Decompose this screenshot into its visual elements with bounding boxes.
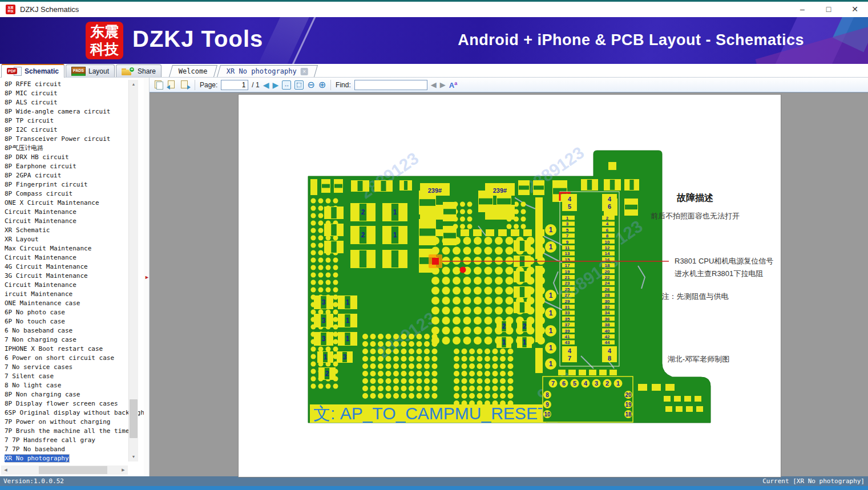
svg-text:4: 4 — [608, 347, 612, 354]
viewer-toolbar: Page: / 1 ◀ ▶ ↔ ⊖ ⊕ Find: ◀ ▶ Aa — [150, 78, 868, 92]
svg-text:1: 1 — [549, 344, 553, 352]
font-size-icon[interactable]: Aa — [449, 80, 457, 90]
zoom-in-icon[interactable]: ⊕ — [318, 80, 326, 90]
svg-text:34: 34 — [605, 310, 610, 315]
svg-text:26: 26 — [605, 287, 610, 292]
zoom-out-icon[interactable]: ⊖ — [307, 80, 314, 90]
tab-share[interactable]: +Share — [116, 64, 162, 77]
sidebar-vertical-scrollbar[interactable]: ▲ ▼ — [128, 80, 138, 461]
list-item[interactable]: 8P Display flower screen cases — [5, 399, 144, 408]
list-item[interactable]: 8P MIC circuit — [5, 89, 144, 98]
status-bar: Version:1.0.0.52 Current [XR No photogra… — [0, 476, 868, 486]
svg-text:1: 1 — [346, 335, 350, 343]
list-item[interactable]: 8P Wide-angle camera circuit — [5, 107, 144, 116]
list-item[interactable]: 6SP Original display without backlight — [5, 408, 144, 418]
list-item[interactable]: 3G Circuit Maintenance — [5, 272, 144, 281]
list-item[interactable]: Circuit Maintenance — [5, 208, 144, 217]
window-titlebar: 东震科技 DZKJ Schematics – □ ✕ — [0, 0, 868, 17]
sidebar-splitter[interactable]: ► — [144, 78, 150, 476]
tab-label: Schematic — [25, 67, 59, 75]
list-item[interactable]: ONE Maintenance case — [5, 299, 144, 308]
scroll-down-icon[interactable]: ▼ — [129, 452, 138, 461]
find-previous-icon[interactable]: ◀ — [431, 81, 437, 89]
svg-text:42: 42 — [605, 334, 610, 339]
svg-text:1: 1 — [393, 231, 397, 239]
sidebar-horizontal-scrollbar[interactable]: ◀ ▶ — [1, 465, 128, 475]
list-item[interactable]: XR Layout — [5, 235, 144, 244]
close-icon[interactable]: × — [300, 68, 308, 75]
list-item[interactable]: Max Circuit Maintenance — [5, 244, 144, 253]
previous-page-icon[interactable]: ◀ — [263, 81, 269, 89]
list-item[interactable]: IPHONE X Boot restart case — [5, 345, 144, 354]
fit-page-icon[interactable] — [294, 80, 304, 90]
svg-text:1: 1 — [549, 243, 553, 251]
scroll-up-icon[interactable]: ▲ — [129, 80, 138, 89]
page-input[interactable] — [221, 80, 248, 90]
list-item[interactable]: 8P ALS circuit — [5, 98, 144, 107]
list-item[interactable]: 8P Transceiver Power circuit — [5, 135, 144, 144]
list-item[interactable]: 7P Power on without charging — [5, 418, 144, 427]
list-item[interactable]: 4G Circuit Maintenance — [5, 262, 144, 272]
list-item[interactable]: 8P Fingerprint circuit — [5, 180, 144, 189]
document-viewer[interactable]: 2889123288912328891232889123912312321213… — [150, 92, 868, 476]
scroll-left-icon[interactable]: ◀ — [1, 465, 10, 475]
list-item[interactable]: 8P I2C circuit — [5, 125, 144, 135]
svg-text:6: 6 — [562, 380, 566, 387]
list-item[interactable]: 8P RFFE circuit — [5, 80, 144, 89]
close-button[interactable]: ✕ — [842, 2, 868, 17]
list-item[interactable]: 7 Silent case — [5, 372, 144, 381]
list-item[interactable]: 8P Compass circuit — [5, 189, 144, 199]
list-item[interactable]: Circuit Maintenance — [5, 253, 144, 262]
list-item[interactable]: 8P Non charging case — [5, 390, 144, 399]
list-item[interactable]: ONE X Circuit Maintenance — [5, 199, 144, 208]
list-item[interactable]: 8 No light case — [5, 381, 144, 390]
maximize-button[interactable]: □ — [815, 2, 842, 17]
tab-bar: PDFSchematicPADSLayout+Share WelcomeXR N… — [0, 64, 868, 78]
svg-text:2: 2 — [325, 370, 329, 378]
list-item[interactable]: ircuit Maintenance — [5, 290, 144, 299]
svg-text:24: 24 — [605, 281, 610, 286]
tab-schematic[interactable]: PDFSchematic — [1, 64, 64, 78]
list-item[interactable]: 6 No baseband case — [5, 326, 144, 335]
list-item[interactable]: 8P Earphone circuit — [5, 162, 144, 171]
next-document-icon[interactable] — [180, 80, 190, 90]
copy-page-icon[interactable] — [154, 80, 164, 90]
list-item[interactable]: 8P DRX HB circuit — [5, 153, 144, 162]
find-next-icon[interactable]: ▶ — [440, 81, 446, 89]
list-item[interactable]: 7 Non charging case — [5, 335, 144, 345]
next-page-icon[interactable]: ▶ — [272, 81, 278, 89]
schematic-sidebar: 8P RFFE circuit8P MIC circuit8P ALS circ… — [0, 78, 144, 476]
prev-document-icon[interactable] — [167, 80, 177, 90]
svg-text:23: 23 — [565, 281, 570, 286]
list-item[interactable]: XR Schematic — [5, 226, 144, 235]
minimize-button[interactable]: – — [789, 2, 815, 17]
list-item[interactable]: 7 7P No baseband — [5, 445, 144, 454]
doc-tab-xr-no-photography[interactable]: XR No photography× — [217, 65, 318, 77]
doc-tab-welcome[interactable]: Welcome — [169, 65, 217, 77]
list-item[interactable]: 7P Brush the machine all the time — [5, 427, 144, 436]
find-input[interactable] — [354, 80, 427, 90]
list-item[interactable]: 6 Power on short circuit case — [5, 354, 144, 363]
list-item[interactable]: XR No photography — [5, 454, 144, 463]
svg-text:3: 3 — [322, 335, 326, 343]
scrollbar-thumb[interactable] — [130, 399, 138, 438]
list-item[interactable]: 6P No touch case — [5, 317, 144, 326]
scroll-right-icon[interactable]: ▶ — [119, 465, 128, 475]
fit-width-icon[interactable]: ↔ — [282, 80, 291, 90]
splitter-collapse-icon[interactable]: ► — [144, 274, 150, 280]
svg-text:10: 10 — [544, 411, 551, 418]
list-item[interactable]: 7 No service cases — [5, 363, 144, 372]
list-item[interactable]: 8P气压计电路 — [5, 144, 144, 153]
list-item[interactable]: 6P No photo case — [5, 308, 144, 317]
svg-text:故障描述: 故障描述 — [676, 192, 713, 203]
list-item[interactable]: Circuit Maintenance — [5, 281, 144, 290]
list-item[interactable]: Circuit Maintenance — [5, 217, 144, 226]
list-item[interactable]: 7 7P Handsfree call gray — [5, 436, 144, 445]
scrollbar-thumb[interactable] — [39, 466, 107, 474]
tab-layout[interactable]: PADSLayout — [66, 64, 115, 77]
list-item[interactable]: 8P TP circuit — [5, 116, 144, 125]
svg-text:22: 22 — [605, 275, 610, 280]
list-item[interactable]: 8P 2GPA circuit — [5, 171, 144, 180]
svg-text:18: 18 — [605, 263, 610, 268]
bottom-accent-strip — [0, 486, 868, 490]
